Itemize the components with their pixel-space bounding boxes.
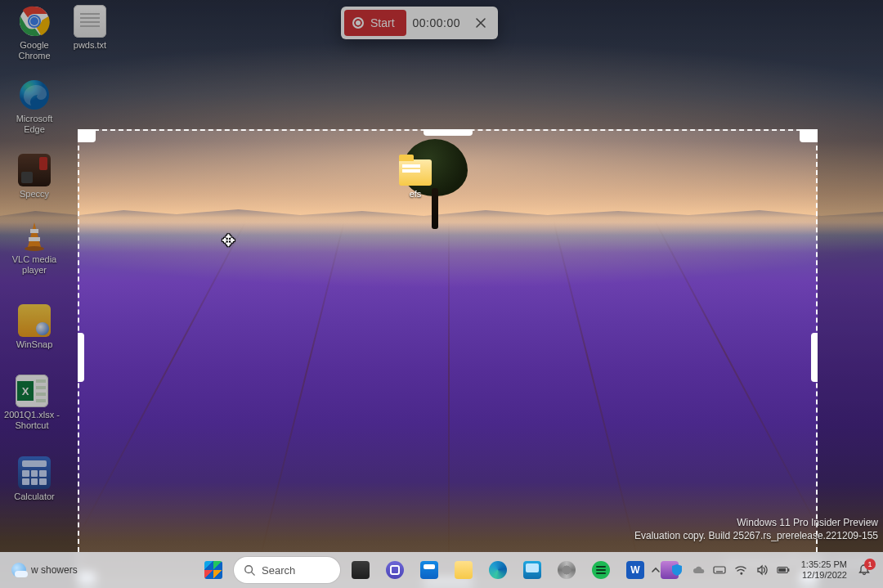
capture-handle-topright[interactable] xyxy=(800,129,818,142)
record-icon xyxy=(352,17,364,29)
edge-icon xyxy=(18,79,51,111)
desktop-icon-label: pwds.txt xyxy=(74,40,106,51)
chrome-icon xyxy=(18,5,51,38)
tray-volume-icon[interactable] xyxy=(755,563,769,577)
vlc-icon xyxy=(18,219,51,252)
record-start-button[interactable]: Start xyxy=(344,10,406,36)
desktop-icon-label: efs xyxy=(397,189,434,199)
capture-handle-topleft[interactable] xyxy=(78,129,96,142)
svg-line-10 xyxy=(252,572,255,576)
taskview-button[interactable] xyxy=(347,556,374,584)
cloud-icon xyxy=(692,563,705,577)
desktop-icon-xlsx-shortcut[interactable]: X 2001Q1.xlsx - Shortcut xyxy=(0,375,64,431)
desktop-icon-calculator[interactable]: Calculator xyxy=(5,456,64,502)
settings-button[interactable] xyxy=(553,556,580,584)
chat-icon xyxy=(386,561,404,579)
capture-handle-right[interactable] xyxy=(811,333,818,382)
desktop-icon-chrome[interactable]: Google Chrome xyxy=(5,5,64,61)
folder-icon xyxy=(455,561,473,579)
excel-icon: X xyxy=(16,375,48,407)
desktop[interactable]: Google Chrome pwds.txt Microsoft Edge Sp… xyxy=(0,0,883,588)
battery-icon xyxy=(777,565,790,575)
taskbar-center: Search W xyxy=(199,556,684,584)
shield-icon xyxy=(670,563,684,577)
close-icon xyxy=(475,17,486,29)
search-icon xyxy=(244,564,255,576)
tray-time: 1:35:25 PM xyxy=(801,559,847,570)
textfile-icon xyxy=(74,5,106,38)
tray-notifications-button[interactable]: 1 xyxy=(855,561,873,579)
store-icon xyxy=(420,561,438,579)
capture-handle-top[interactable] xyxy=(424,129,473,136)
keyboard-icon xyxy=(713,563,726,577)
start-button[interactable] xyxy=(199,556,227,584)
svg-rect-7 xyxy=(29,237,40,241)
weather-label: w showers xyxy=(31,564,78,576)
svg-marker-5 xyxy=(28,222,41,247)
winsnap-icon xyxy=(18,304,51,337)
weather-icon xyxy=(11,563,26,577)
taskview-icon xyxy=(352,561,370,579)
desktop-icon-edge[interactable]: Microsoft Edge xyxy=(5,79,64,135)
tray-clock[interactable]: 1:35:25 PM 12/19/2022 xyxy=(801,559,847,581)
taskbar[interactable]: w showers Search W xyxy=(0,552,883,588)
desktop-icon-vlc[interactable]: VLC media player xyxy=(5,219,64,276)
svg-point-8 xyxy=(25,246,44,251)
tray-onedrive-icon[interactable] xyxy=(692,563,705,577)
recorder-toolbar[interactable]: Start 00:00:00 xyxy=(341,7,498,39)
taskbar-search[interactable]: Search xyxy=(234,557,340,583)
desktop-icon-label: Google Chrome xyxy=(5,40,64,61)
wifi-icon xyxy=(734,563,747,577)
desktop-icon-speccy[interactable]: Speccy xyxy=(5,154,64,200)
notification-badge: 1 xyxy=(864,559,876,570)
desktop-icon-label: VLC media player xyxy=(5,254,64,276)
desktop-icon-label: 2001Q1.xlsx - Shortcut xyxy=(0,410,64,431)
taskbar-weather-widget[interactable]: w showers xyxy=(5,552,84,588)
tray-battery-icon[interactable] xyxy=(777,563,790,577)
terminal-button[interactable] xyxy=(518,556,546,584)
desktop-icon-pwds[interactable]: pwds.txt xyxy=(61,5,119,51)
desktop-icon-efs-folder[interactable]: efs xyxy=(397,159,434,199)
svg-rect-11 xyxy=(714,567,725,573)
sysinfo-line: Windows 11 Pro Insider Preview xyxy=(634,516,878,529)
search-placeholder: Search xyxy=(262,564,295,577)
calculator-icon xyxy=(18,456,51,489)
recorder-close-button[interactable] xyxy=(467,10,495,36)
svg-rect-14 xyxy=(788,568,790,572)
desktop-icon-winsnap[interactable]: WinSnap xyxy=(5,304,64,350)
desktop-icon-label: Speccy xyxy=(20,189,49,200)
terminal-icon xyxy=(523,561,541,579)
edge-button[interactable] xyxy=(484,556,512,584)
capture-handle-left[interactable] xyxy=(78,333,84,382)
tray-date: 12/19/2022 xyxy=(802,570,847,581)
record-start-label: Start xyxy=(370,16,395,29)
speaker-icon xyxy=(755,563,769,577)
desktop-icon-label: Microsoft Edge xyxy=(5,114,64,135)
chevron-up-icon xyxy=(651,565,661,575)
tray-overflow-button[interactable] xyxy=(649,563,662,577)
desktop-icon-label: Calculator xyxy=(14,491,55,502)
svg-rect-15 xyxy=(778,568,786,572)
folder-icon xyxy=(399,159,432,186)
svg-point-3 xyxy=(30,17,38,25)
chat-button[interactable] xyxy=(381,556,409,584)
speccy-icon xyxy=(18,154,51,186)
system-tray[interactable]: 1:35:25 PM 12/19/2022 1 xyxy=(644,552,878,588)
tray-touch-keyboard-icon[interactable] xyxy=(713,563,726,577)
tray-security-icon[interactable] xyxy=(670,563,684,577)
gear-icon xyxy=(558,561,576,579)
move-cursor-icon: ✥ xyxy=(219,231,237,249)
word-icon: W xyxy=(626,561,644,579)
file-explorer-button[interactable] xyxy=(450,556,477,584)
spotify-button[interactable] xyxy=(587,556,615,584)
recorder-timer: 00:00:00 xyxy=(406,16,467,29)
svg-rect-6 xyxy=(30,229,38,233)
edge-icon xyxy=(489,561,507,579)
sysinfo-line: Evaluation copy. Build 25267.rs_prerelea… xyxy=(634,529,878,542)
spotify-icon xyxy=(592,561,610,579)
tray-wifi-icon[interactable] xyxy=(734,563,747,577)
desktop-icon-label: WinSnap xyxy=(16,339,53,350)
windows-logo-icon xyxy=(204,561,222,579)
store-button[interactable] xyxy=(415,556,443,584)
windows-build-watermark: Windows 11 Pro Insider Preview Evaluatio… xyxy=(634,516,878,542)
